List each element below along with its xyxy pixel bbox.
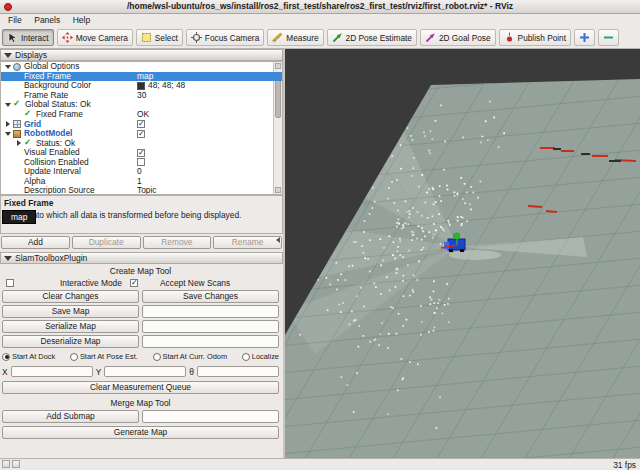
property-value[interactable]: 30 xyxy=(137,91,146,100)
menu-panels[interactable]: Panels xyxy=(29,14,65,26)
focus-camera-tool-button[interactable]: Focus Camera xyxy=(186,29,264,46)
grid-icon xyxy=(13,120,21,128)
fixed-frame-editor-popup[interactable]: map xyxy=(2,210,36,224)
interact-tool-button[interactable]: Interact xyxy=(2,29,54,46)
measure-tool-button[interactable]: Measure xyxy=(267,29,323,46)
save-changes-button[interactable]: Save Changes xyxy=(142,290,279,303)
panel-collapse-icon[interactable] xyxy=(4,53,12,58)
clear-measurement-queue-button[interactable]: Clear Measurement Queue xyxy=(2,381,279,394)
expander-spacer xyxy=(15,167,24,176)
select-tool-button[interactable]: Select xyxy=(136,29,183,46)
displays-tree[interactable]: Global OptionsFixed FramemapBackground C… xyxy=(0,61,283,195)
property-help-box: Fixed Frame Frame into which all data is… xyxy=(0,195,283,234)
slam-panel-header[interactable]: SlamToolboxPlugin xyxy=(0,252,283,264)
value-text: 0 xyxy=(137,167,142,176)
move-camera-tool-button[interactable]: Move Camera xyxy=(57,29,133,46)
publish-point-tool-button[interactable]: Publish Point xyxy=(499,29,571,46)
select-icon xyxy=(141,32,152,43)
property-value[interactable] xyxy=(137,158,145,166)
property-value[interactable]: Topic xyxy=(137,186,157,195)
property-label: Description Source xyxy=(24,186,95,195)
add-display-button[interactable]: Add xyxy=(1,236,70,249)
property-label: Fixed Frame xyxy=(36,110,83,119)
radio-icon[interactable] xyxy=(2,353,10,361)
remove-tool-button[interactable] xyxy=(598,29,619,46)
start-at-dock-radio[interactable]: Start At Dock xyxy=(2,352,55,361)
help-title: Fixed Frame xyxy=(4,198,279,208)
property-value[interactable] xyxy=(137,120,145,128)
accept-new-scans-label: Accept New Scans xyxy=(160,278,230,288)
menu-help[interactable]: Help xyxy=(68,14,95,26)
display-tree-row[interactable]: Description SourceTopic xyxy=(1,186,282,195)
goal-pose-arrow-icon xyxy=(425,32,436,43)
checked-checkbox[interactable] xyxy=(137,149,145,157)
deserialize-map-input[interactable] xyxy=(142,335,279,348)
serialize-map-input[interactable] xyxy=(142,320,279,333)
display-tree-row[interactable]: RobotModel xyxy=(1,129,282,139)
property-value[interactable] xyxy=(137,149,145,157)
property-value[interactable]: 48; 48; 48 xyxy=(137,81,185,90)
minus-icon xyxy=(603,32,614,43)
plus-icon xyxy=(579,32,590,43)
display-tree-row[interactable]: Fixed FrameOK xyxy=(1,110,282,120)
expander-closed-icon[interactable] xyxy=(4,120,13,129)
window-title: /home/wsl-ubuntu/ros_ws/install/ros2_fir… xyxy=(127,1,513,11)
property-label: Visual Enabled xyxy=(24,148,80,157)
expander-open-icon[interactable] xyxy=(4,129,13,138)
expander-spacer xyxy=(15,148,24,157)
value-text: 48; 48; 48 xyxy=(148,81,185,90)
slam-panel-title: SlamToolboxPlugin xyxy=(15,253,87,263)
window-titlebar[interactable]: /home/wsl-ubuntu/ros_ws/install/ros2_fir… xyxy=(0,0,640,14)
property-label: Update Interval xyxy=(24,167,81,176)
theta-input[interactable] xyxy=(197,366,279,377)
add-tool-button[interactable] xyxy=(574,29,595,46)
publish-point-icon xyxy=(504,32,515,43)
accept-new-scans-checkbox[interactable] xyxy=(130,279,138,287)
add-submap-input[interactable] xyxy=(142,410,279,423)
splitter-collapse-icon[interactable] xyxy=(276,237,280,243)
property-value[interactable] xyxy=(137,130,145,138)
goal-pose-tool-button[interactable]: 2D Goal Pose xyxy=(420,29,496,46)
checked-checkbox[interactable] xyxy=(137,120,145,128)
status-grip[interactable] xyxy=(2,460,10,468)
globe-icon xyxy=(13,63,21,71)
radio-icon[interactable] xyxy=(70,353,78,361)
save-map-button[interactable]: Save Map xyxy=(2,305,139,318)
expander-open-icon[interactable] xyxy=(4,100,13,109)
displays-panel-header[interactable]: Displays xyxy=(0,49,283,61)
y-input[interactable] xyxy=(104,366,186,377)
generate-map-button[interactable]: Generate Map xyxy=(2,426,279,439)
y-label: Y xyxy=(96,367,102,377)
checked-checkbox[interactable] xyxy=(137,130,145,138)
property-value[interactable]: OK xyxy=(137,110,149,119)
render-viewport[interactable] xyxy=(285,49,640,458)
interactive-mode-checkbox[interactable] xyxy=(6,279,14,287)
radio-icon[interactable] xyxy=(242,353,250,361)
start-at-pose-est-radio[interactable]: Start At Pose Est. xyxy=(70,352,138,361)
start-at-curr-odom-radio[interactable]: Start At Curr. Odom xyxy=(153,352,227,361)
save-map-input[interactable] xyxy=(142,305,279,318)
menu-file[interactable]: File xyxy=(3,14,27,26)
property-value[interactable]: 0 xyxy=(137,167,142,176)
clear-changes-button[interactable]: Clear Changes xyxy=(2,290,139,303)
value-text: OK xyxy=(137,110,149,119)
radio-icon[interactable] xyxy=(153,353,161,361)
duplicate-display-button[interactable]: Duplicate xyxy=(72,236,141,249)
localize-radio[interactable]: Localize xyxy=(242,352,279,361)
unchecked-checkbox[interactable] xyxy=(137,158,145,166)
check-icon xyxy=(13,100,22,109)
remove-display-button[interactable]: Remove xyxy=(143,236,212,249)
expander-closed-icon[interactable] xyxy=(15,139,24,148)
status-grip[interactable] xyxy=(12,460,20,468)
pose-estimate-tool-button[interactable]: 2D Pose Estimate xyxy=(327,29,417,46)
x-input[interactable] xyxy=(11,366,93,377)
help-text: Frame into which all data is transformed… xyxy=(4,210,279,220)
theta-label: θ xyxy=(189,367,194,377)
serialize-map-button[interactable]: Serialize Map xyxy=(2,320,139,333)
add-submap-button[interactable]: Add Submap xyxy=(2,410,139,423)
rename-display-button[interactable]: Rename xyxy=(213,236,282,249)
panel-collapse-icon[interactable] xyxy=(4,256,12,261)
expander-open-icon[interactable] xyxy=(4,62,13,71)
deserialize-map-button[interactable]: Deserialize Map xyxy=(2,335,139,348)
expander-spacer xyxy=(15,81,24,90)
